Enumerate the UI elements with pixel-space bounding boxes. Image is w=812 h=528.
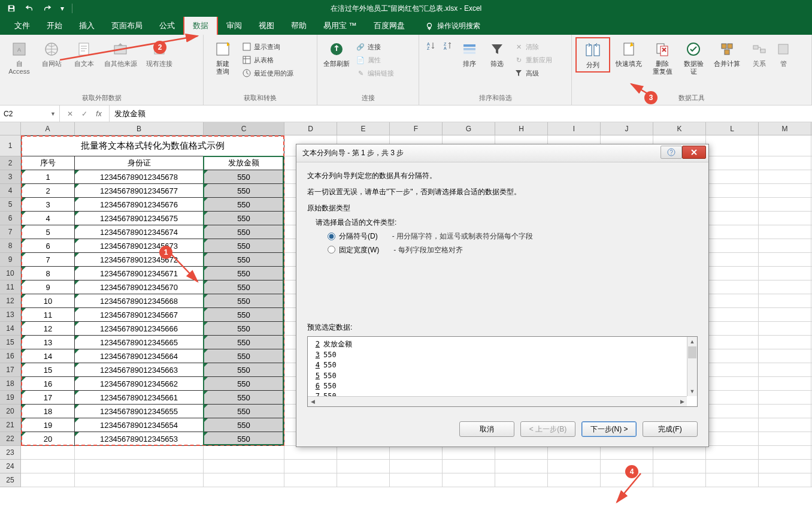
row-header-20[interactable]: 20 xyxy=(0,405,21,418)
cell-C4[interactable]: 550 xyxy=(204,184,284,198)
cell-C16[interactable]: 550 xyxy=(204,349,284,363)
filter-button[interactable]: 筛选 xyxy=(484,37,510,70)
cell-G23[interactable] xyxy=(443,446,495,460)
cell-A15[interactable]: 13 xyxy=(21,336,75,349)
cell-K23[interactable] xyxy=(653,446,706,460)
save-button[interactable] xyxy=(4,1,19,16)
cell-A18[interactable]: 16 xyxy=(21,377,75,391)
row-header-21[interactable]: 21 xyxy=(0,418,21,432)
dialog-help-button[interactable]: ? xyxy=(660,146,682,159)
cell-J23[interactable] xyxy=(601,446,653,460)
cell-B11[interactable]: 123456789012345670 xyxy=(75,280,204,294)
cell-A7[interactable]: 5 xyxy=(21,225,75,239)
cell-C7[interactable]: 550 xyxy=(204,225,284,239)
cell-M7[interactable] xyxy=(759,225,811,239)
cell-M24[interactable] xyxy=(759,460,811,473)
cell-L9[interactable] xyxy=(706,253,759,267)
row-header-24[interactable]: 24 xyxy=(0,460,21,473)
cell-L16[interactable] xyxy=(706,349,759,363)
cell-C15[interactable]: 550 xyxy=(204,336,284,349)
cell-M18[interactable] xyxy=(759,377,811,391)
formula-input[interactable]: 发放金额 xyxy=(110,108,812,119)
cell-C9[interactable]: 550 xyxy=(204,253,284,267)
row-header-10[interactable]: 10 xyxy=(0,267,21,280)
cell-A1[interactable]: 批量将文本格式转化为数值格式示例 xyxy=(21,135,284,156)
cell-A3[interactable]: 1 xyxy=(21,170,75,184)
confirm-edit-button[interactable]: ✓ xyxy=(78,108,91,120)
cell-M2[interactable] xyxy=(759,156,811,170)
cell-C20[interactable]: 550 xyxy=(204,405,284,418)
cell-A22[interactable]: 20 xyxy=(21,432,75,446)
finish-button[interactable]: 完成(F) xyxy=(643,421,698,437)
cell-C13[interactable]: 550 xyxy=(204,308,284,322)
cell-A12[interactable]: 10 xyxy=(21,294,75,308)
from-table-button[interactable]: 从表格 xyxy=(240,54,296,66)
cell-L6[interactable] xyxy=(706,212,759,225)
row-header-1[interactable]: 1 xyxy=(0,135,21,156)
clear-filter-button[interactable]: ✕清除 xyxy=(511,41,555,53)
cell-M8[interactable] xyxy=(759,239,811,253)
cell-L24[interactable] xyxy=(706,460,759,473)
cell-B17[interactable]: 123456789012345663 xyxy=(75,363,204,377)
cell-E23[interactable] xyxy=(337,446,390,460)
row-header-25[interactable]: 25 xyxy=(0,473,21,487)
advanced-filter-button[interactable]: 高级 xyxy=(511,67,555,79)
cell-F24[interactable] xyxy=(390,460,443,473)
cell-L5[interactable] xyxy=(706,198,759,212)
cell-L14[interactable] xyxy=(706,322,759,336)
prev-button[interactable]: < 上一步(B) xyxy=(520,421,575,437)
cell-B8[interactable]: 123456789012345673 xyxy=(75,239,204,253)
tab-data[interactable]: 数据 xyxy=(183,16,218,35)
delimiter-radio-input[interactable] xyxy=(328,233,335,240)
cell-A13[interactable]: 11 xyxy=(21,308,75,322)
cell-C25[interactable] xyxy=(204,473,284,487)
cell-B20[interactable]: 123456789012345655 xyxy=(75,405,204,418)
connections-button[interactable]: 🔗连接 xyxy=(353,41,396,53)
cell-C22[interactable]: 550 xyxy=(204,432,284,446)
cancel-edit-button[interactable]: ✕ xyxy=(63,108,77,120)
cell-B21[interactable]: 123456789012345654 xyxy=(75,418,204,432)
col-header-L[interactable]: L xyxy=(706,122,759,135)
cell-B9[interactable]: 123456789012345672 xyxy=(75,253,204,267)
cell-G25[interactable] xyxy=(443,473,495,487)
cell-M6[interactable] xyxy=(759,212,811,225)
relationships-button[interactable]: 关系 xyxy=(746,37,773,70)
cell-F25[interactable] xyxy=(390,473,443,487)
cell-B24[interactable] xyxy=(75,460,204,473)
col-header-D[interactable]: D xyxy=(284,122,337,135)
cell-M10[interactable] xyxy=(759,267,811,280)
cell-G24[interactable] xyxy=(443,460,495,473)
cell-B12[interactable]: 123456789012345668 xyxy=(75,294,204,308)
refresh-all-button[interactable]: 全部刷新 xyxy=(321,37,352,70)
tab-eyb[interactable]: 易用宝 ™ xyxy=(315,17,365,35)
tab-baidu[interactable]: 百度网盘 xyxy=(365,17,413,35)
cell-A19[interactable]: 17 xyxy=(21,391,75,405)
cell-C10[interactable]: 550 xyxy=(204,267,284,280)
sort-asc-button[interactable]: AZ xyxy=(423,40,438,53)
flash-fill-button[interactable]: 快速填充 xyxy=(611,37,646,70)
cell-B6[interactable]: 123456789012345675 xyxy=(75,212,204,225)
cell-L21[interactable] xyxy=(706,418,759,432)
cell-L22[interactable] xyxy=(706,432,759,446)
cell-H23[interactable] xyxy=(495,446,548,460)
row-header-15[interactable]: 15 xyxy=(0,336,21,349)
tab-help[interactable]: 帮助 xyxy=(283,17,315,35)
cell-A21[interactable]: 19 xyxy=(21,418,75,432)
col-header-C[interactable]: C xyxy=(204,122,284,135)
row-header-16[interactable]: 16 xyxy=(0,349,21,363)
cell-M4[interactable] xyxy=(759,184,811,198)
next-button[interactable]: 下一步(N) > xyxy=(581,421,637,437)
cell-C3[interactable]: 550 xyxy=(204,170,284,184)
cell-B7[interactable]: 123456789012345674 xyxy=(75,225,204,239)
reapply-button[interactable]: ↻重新应用 xyxy=(511,54,555,66)
cell-A11[interactable]: 9 xyxy=(21,280,75,294)
cell-K25[interactable] xyxy=(653,473,706,487)
cell-D25[interactable] xyxy=(284,473,337,487)
cell-M1[interactable] xyxy=(759,135,811,156)
cell-C19[interactable]: 550 xyxy=(204,391,284,405)
tab-layout[interactable]: 页面布局 xyxy=(103,17,151,35)
cell-B13[interactable]: 123456789012345667 xyxy=(75,308,204,322)
cell-A20[interactable]: 18 xyxy=(21,405,75,418)
row-header-5[interactable]: 5 xyxy=(0,198,21,212)
from-access-button[interactable]: A自 Access xyxy=(4,37,35,78)
